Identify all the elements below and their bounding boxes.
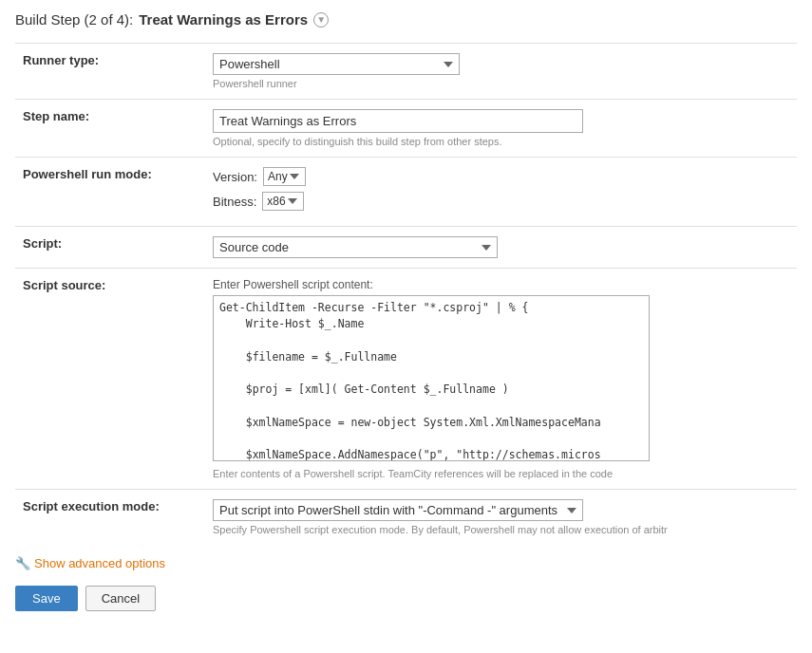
script-select[interactable]: Source code: [213, 236, 498, 258]
step-name-label: Step name:: [23, 109, 89, 123]
version-select[interactable]: Any: [263, 167, 306, 186]
script-hint: Enter contents of a Powershell script. T…: [213, 468, 650, 479]
save-button[interactable]: Save: [15, 586, 78, 611]
script-label: Script:: [23, 236, 62, 251]
script-row: Script: Source code: [15, 227, 797, 269]
wrench-icon: 🔧: [15, 556, 30, 570]
runner-type-row: Runner type: Powershell Powershell runne…: [15, 44, 797, 100]
script-textarea[interactable]: [213, 295, 650, 461]
powershell-run-mode-label: Powershell run mode:: [23, 167, 152, 181]
powershell-run-mode-row: Powershell run mode: Version: Any Bitnes…: [15, 158, 797, 227]
script-enter-label: Enter Powershell script content:: [213, 278, 789, 291]
build-step-prefix: Build Step (2 of 4):: [15, 11, 133, 28]
step-name-hint: Optional, specify to distinguish this bu…: [213, 136, 789, 147]
script-execution-mode-label: Script execution mode:: [23, 499, 160, 513]
script-execution-mode-select[interactable]: Put script into PowerShell stdin with "-…: [213, 499, 583, 521]
bitness-select[interactable]: x86: [262, 192, 304, 211]
script-source-row: Script source: Enter Powershell script c…: [15, 269, 797, 490]
step-name-input[interactable]: [213, 109, 583, 133]
version-label: Version:: [213, 170, 257, 184]
info-icon[interactable]: ▼: [313, 12, 329, 28]
script-execution-mode-row: Script execution mode: Put script into P…: [15, 490, 797, 546]
script-source-label: Script source:: [23, 278, 105, 292]
runner-type-label: Runner type:: [23, 53, 99, 67]
page-title: Build Step (2 of 4): Treat Warnings as E…: [15, 11, 797, 28]
show-advanced-row: 🔧 Show advanced options: [15, 556, 797, 570]
step-name-row: Step name: Optional, specify to distingu…: [15, 100, 797, 158]
button-row: Save Cancel: [15, 586, 797, 611]
show-advanced-link[interactable]: 🔧 Show advanced options: [15, 556, 797, 570]
runner-type-select[interactable]: Powershell: [213, 53, 460, 75]
script-block: [213, 295, 789, 464]
build-step-name: Treat Warnings as Errors: [139, 11, 308, 28]
runner-type-hint: Powershell runner: [213, 78, 789, 89]
show-advanced-label: Show advanced options: [34, 556, 165, 570]
cancel-button[interactable]: Cancel: [85, 586, 156, 611]
form-table: Runner type: Powershell Powershell runne…: [15, 43, 797, 545]
bitness-label: Bitness:: [213, 195, 256, 209]
script-execution-mode-hint: Specify Powershell script execution mode…: [213, 524, 789, 535]
